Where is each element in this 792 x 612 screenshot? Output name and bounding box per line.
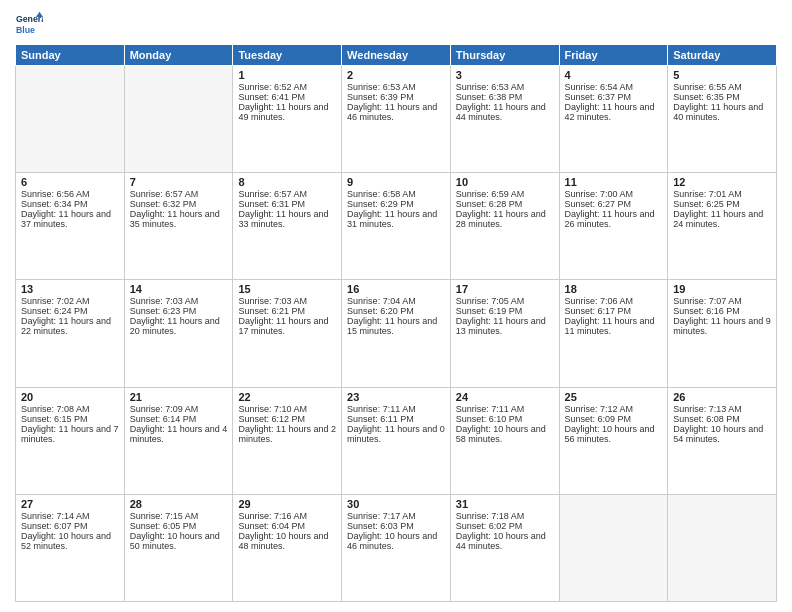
- day-number: 12: [673, 176, 771, 188]
- day-number: 2: [347, 69, 445, 81]
- calendar-header-sunday: Sunday: [16, 45, 125, 66]
- sunset-text: Sunset: 6:27 PM: [565, 199, 663, 209]
- daylight-text: Daylight: 10 hours and 56 minutes.: [565, 424, 663, 444]
- sunrise-text: Sunrise: 6:53 AM: [347, 82, 445, 92]
- calendar-cell: 10Sunrise: 6:59 AMSunset: 6:28 PMDayligh…: [450, 173, 559, 280]
- calendar-week-3: 13Sunrise: 7:02 AMSunset: 6:24 PMDayligh…: [16, 280, 777, 387]
- daylight-text: Daylight: 10 hours and 44 minutes.: [456, 531, 554, 551]
- sunset-text: Sunset: 6:03 PM: [347, 521, 445, 531]
- sunrise-text: Sunrise: 7:03 AM: [238, 296, 336, 306]
- sunset-text: Sunset: 6:34 PM: [21, 199, 119, 209]
- calendar-cell: 30Sunrise: 7:17 AMSunset: 6:03 PMDayligh…: [342, 494, 451, 601]
- calendar-header-row: SundayMondayTuesdayWednesdayThursdayFrid…: [16, 45, 777, 66]
- calendar-cell: 23Sunrise: 7:11 AMSunset: 6:11 PMDayligh…: [342, 387, 451, 494]
- sunset-text: Sunset: 6:35 PM: [673, 92, 771, 102]
- sunset-text: Sunset: 6:21 PM: [238, 306, 336, 316]
- daylight-text: Daylight: 11 hours and 4 minutes.: [130, 424, 228, 444]
- sunset-text: Sunset: 6:32 PM: [130, 199, 228, 209]
- calendar-cell: 24Sunrise: 7:11 AMSunset: 6:10 PMDayligh…: [450, 387, 559, 494]
- daylight-text: Daylight: 11 hours and 7 minutes.: [21, 424, 119, 444]
- sunrise-text: Sunrise: 7:00 AM: [565, 189, 663, 199]
- sunset-text: Sunset: 6:20 PM: [347, 306, 445, 316]
- day-number: 13: [21, 283, 119, 295]
- calendar-cell: 4Sunrise: 6:54 AMSunset: 6:37 PMDaylight…: [559, 66, 668, 173]
- sunset-text: Sunset: 6:16 PM: [673, 306, 771, 316]
- calendar-cell: 22Sunrise: 7:10 AMSunset: 6:12 PMDayligh…: [233, 387, 342, 494]
- calendar-cell: 5Sunrise: 6:55 AMSunset: 6:35 PMDaylight…: [668, 66, 777, 173]
- daylight-text: Daylight: 11 hours and 26 minutes.: [565, 209, 663, 229]
- sunrise-text: Sunrise: 7:08 AM: [21, 404, 119, 414]
- daylight-text: Daylight: 11 hours and 37 minutes.: [21, 209, 119, 229]
- day-number: 1: [238, 69, 336, 81]
- daylight-text: Daylight: 11 hours and 0 minutes.: [347, 424, 445, 444]
- daylight-text: Daylight: 10 hours and 46 minutes.: [347, 531, 445, 551]
- calendar-cell: 2Sunrise: 6:53 AMSunset: 6:39 PMDaylight…: [342, 66, 451, 173]
- sunrise-text: Sunrise: 7:12 AM: [565, 404, 663, 414]
- sunset-text: Sunset: 6:09 PM: [565, 414, 663, 424]
- sunset-text: Sunset: 6:05 PM: [130, 521, 228, 531]
- calendar-cell: 29Sunrise: 7:16 AMSunset: 6:04 PMDayligh…: [233, 494, 342, 601]
- calendar-header-monday: Monday: [124, 45, 233, 66]
- sunset-text: Sunset: 6:11 PM: [347, 414, 445, 424]
- daylight-text: Daylight: 11 hours and 13 minutes.: [456, 316, 554, 336]
- logo: General Blue: [15, 10, 47, 38]
- day-number: 18: [565, 283, 663, 295]
- sunrise-text: Sunrise: 7:06 AM: [565, 296, 663, 306]
- sunset-text: Sunset: 6:24 PM: [21, 306, 119, 316]
- day-number: 8: [238, 176, 336, 188]
- sunset-text: Sunset: 6:28 PM: [456, 199, 554, 209]
- day-number: 17: [456, 283, 554, 295]
- header: General Blue: [15, 10, 777, 38]
- sunrise-text: Sunrise: 7:01 AM: [673, 189, 771, 199]
- sunset-text: Sunset: 6:15 PM: [21, 414, 119, 424]
- sunset-text: Sunset: 6:07 PM: [21, 521, 119, 531]
- sunset-text: Sunset: 6:14 PM: [130, 414, 228, 424]
- calendar-cell: 21Sunrise: 7:09 AMSunset: 6:14 PMDayligh…: [124, 387, 233, 494]
- day-number: 6: [21, 176, 119, 188]
- daylight-text: Daylight: 11 hours and 31 minutes.: [347, 209, 445, 229]
- day-number: 23: [347, 391, 445, 403]
- calendar-table: SundayMondayTuesdayWednesdayThursdayFrid…: [15, 44, 777, 602]
- day-number: 19: [673, 283, 771, 295]
- day-number: 26: [673, 391, 771, 403]
- daylight-text: Daylight: 11 hours and 2 minutes.: [238, 424, 336, 444]
- sunset-text: Sunset: 6:04 PM: [238, 521, 336, 531]
- daylight-text: Daylight: 11 hours and 9 minutes.: [673, 316, 771, 336]
- calendar-cell: 11Sunrise: 7:00 AMSunset: 6:27 PMDayligh…: [559, 173, 668, 280]
- sunrise-text: Sunrise: 6:53 AM: [456, 82, 554, 92]
- sunset-text: Sunset: 6:25 PM: [673, 199, 771, 209]
- day-number: 25: [565, 391, 663, 403]
- calendar-cell: 9Sunrise: 6:58 AMSunset: 6:29 PMDaylight…: [342, 173, 451, 280]
- daylight-text: Daylight: 11 hours and 28 minutes.: [456, 209, 554, 229]
- calendar-week-1: 1Sunrise: 6:52 AMSunset: 6:41 PMDaylight…: [16, 66, 777, 173]
- calendar-cell: 8Sunrise: 6:57 AMSunset: 6:31 PMDaylight…: [233, 173, 342, 280]
- sunset-text: Sunset: 6:19 PM: [456, 306, 554, 316]
- calendar-cell: 19Sunrise: 7:07 AMSunset: 6:16 PMDayligh…: [668, 280, 777, 387]
- daylight-text: Daylight: 11 hours and 44 minutes.: [456, 102, 554, 122]
- sunset-text: Sunset: 6:29 PM: [347, 199, 445, 209]
- day-number: 15: [238, 283, 336, 295]
- daylight-text: Daylight: 11 hours and 49 minutes.: [238, 102, 336, 122]
- sunrise-text: Sunrise: 7:16 AM: [238, 511, 336, 521]
- sunrise-text: Sunrise: 6:54 AM: [565, 82, 663, 92]
- calendar-week-4: 20Sunrise: 7:08 AMSunset: 6:15 PMDayligh…: [16, 387, 777, 494]
- sunset-text: Sunset: 6:39 PM: [347, 92, 445, 102]
- sunset-text: Sunset: 6:02 PM: [456, 521, 554, 531]
- calendar-cell: 18Sunrise: 7:06 AMSunset: 6:17 PMDayligh…: [559, 280, 668, 387]
- day-number: 28: [130, 498, 228, 510]
- sunrise-text: Sunrise: 7:15 AM: [130, 511, 228, 521]
- daylight-text: Daylight: 10 hours and 48 minutes.: [238, 531, 336, 551]
- sunrise-text: Sunrise: 7:17 AM: [347, 511, 445, 521]
- calendar-cell: 13Sunrise: 7:02 AMSunset: 6:24 PMDayligh…: [16, 280, 125, 387]
- sunset-text: Sunset: 6:41 PM: [238, 92, 336, 102]
- sunset-text: Sunset: 6:17 PM: [565, 306, 663, 316]
- day-number: 16: [347, 283, 445, 295]
- calendar-cell: 14Sunrise: 7:03 AMSunset: 6:23 PMDayligh…: [124, 280, 233, 387]
- daylight-text: Daylight: 11 hours and 24 minutes.: [673, 209, 771, 229]
- sunrise-text: Sunrise: 7:03 AM: [130, 296, 228, 306]
- calendar-header-friday: Friday: [559, 45, 668, 66]
- sunset-text: Sunset: 6:37 PM: [565, 92, 663, 102]
- calendar-cell: 12Sunrise: 7:01 AMSunset: 6:25 PMDayligh…: [668, 173, 777, 280]
- daylight-text: Daylight: 11 hours and 40 minutes.: [673, 102, 771, 122]
- calendar-cell: 17Sunrise: 7:05 AMSunset: 6:19 PMDayligh…: [450, 280, 559, 387]
